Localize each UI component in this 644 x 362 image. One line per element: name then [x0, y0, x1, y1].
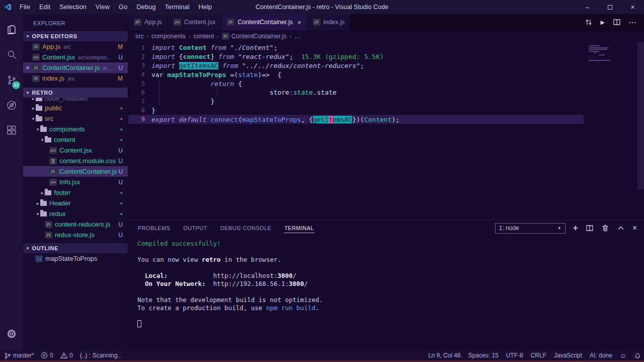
activity-debug[interactable] [0, 93, 23, 118]
split-terminal-button[interactable] [586, 224, 594, 232]
item-name: Content.jsx [59, 147, 92, 154]
minimap[interactable] [589, 45, 635, 61]
error-count[interactable]: 0 [41, 352, 53, 359]
eol[interactable]: CRLF [531, 352, 546, 359]
chevron-down-icon: ▼ [26, 34, 30, 39]
menu-selection[interactable]: Selection [55, 0, 91, 14]
tree-folder[interactable]: ▾redux● [23, 208, 128, 219]
panel-tab-problems[interactable]: PROBLEMS [137, 223, 171, 233]
activity-explorer[interactable] [0, 17, 23, 42]
menu-edit[interactable]: Edit [35, 0, 55, 14]
tree-file[interactable]: JSContentContainer.jsU [23, 166, 128, 177]
code-line[interactable]: 5 return { [128, 79, 644, 88]
indentation[interactable]: Spaces: 15 [468, 352, 499, 359]
run-button[interactable]: ▶ [601, 19, 605, 26]
code-line[interactable]: 3import getItemsAC from "../../redux/con… [128, 61, 644, 70]
minimize-button[interactable]: – [576, 0, 599, 14]
split-editor-button[interactable] [613, 18, 621, 26]
panel-tab-output[interactable]: OUTPUT [183, 223, 208, 233]
sync-button[interactable] [585, 18, 593, 26]
code-text: store:state.state [151, 89, 337, 96]
tree-file[interactable]: ≣content.module.cssU [23, 156, 128, 166]
new-terminal-button[interactable]: + [573, 223, 578, 233]
tab-label: ContentContainer.js [237, 19, 293, 26]
maximize-panel-button[interactable] [617, 224, 625, 232]
tree-file[interactable]: JSredux-store.jsU [23, 230, 128, 240]
menu-help[interactable]: Help [194, 0, 217, 14]
activity-source-control[interactable]: 17 [0, 67, 23, 93]
tab-App.js[interactable]: JSApp.js [128, 14, 168, 30]
kill-terminal-button[interactable] [601, 224, 609, 232]
open-editor-item[interactable]: JSApp.jssrcM [23, 41, 128, 52]
menu-debug[interactable]: Debug [132, 0, 160, 14]
folder-icon [36, 116, 42, 121]
terminal-selector[interactable]: 1: node▼ [495, 223, 566, 234]
close-button[interactable]: × [621, 0, 644, 14]
tab-index.js[interactable]: JSindex.js [307, 14, 351, 30]
breadcrumb-item[interactable]: … [294, 33, 301, 40]
menu-go[interactable]: Go [114, 0, 132, 14]
more-actions-button[interactable]: ··· [629, 19, 637, 26]
tree-file[interactable]: JSXContent.jsxU [23, 145, 128, 156]
breadcrumb-label: components [151, 33, 186, 40]
encoding[interactable]: UTF-8 [506, 352, 523, 359]
ai-status[interactable]: AI: done [590, 352, 612, 359]
breadcrumb-item[interactable]: components [151, 33, 186, 40]
code-line[interactable]: 9export default connect(mapStateToProps,… [128, 115, 644, 124]
close-panel-button[interactable]: × [632, 224, 637, 233]
tree-file[interactable]: JScontent-reducers.jsU [23, 219, 128, 230]
feedback[interactable]: ☺ [620, 352, 626, 359]
menu-view[interactable]: View [91, 0, 114, 14]
editor[interactable]: 1import Content from "./Content";2import… [128, 42, 644, 220]
status-label: Ln 9, Col 46 [428, 352, 461, 359]
terminal-output[interactable]: Compiled successfully! You can now view … [128, 236, 644, 350]
activity-settings[interactable] [0, 321, 23, 346]
activity-search[interactable] [0, 42, 23, 67]
maximize-button[interactable] [599, 0, 621, 14]
breadcrumb-item[interactable]: src [135, 33, 144, 40]
activity-extensions[interactable] [0, 118, 23, 143]
breadcrumb-item[interactable]: content [193, 33, 214, 40]
open-editor-item[interactable]: JSXContent.jsxsrc\compon...U [23, 52, 128, 62]
menu-terminal[interactable]: Terminal [160, 0, 194, 14]
tab-Content.jsx[interactable]: JSXContent.jsx [168, 14, 222, 30]
breadcrumb-item[interactable]: JSContentContainer.js [222, 33, 287, 40]
tree-file[interactable]: JSXInfo.jsxU [23, 177, 128, 187]
open-editor-item[interactable]: ×JSContentContainer.jssr...U [23, 62, 128, 73]
close-icon[interactable]: × [23, 64, 32, 71]
folder-section-header[interactable]: ▼RETRO [23, 88, 128, 98]
explorer-title: EXPLORER [23, 14, 128, 31]
panel-tab-terminal[interactable]: TERMINAL [284, 223, 314, 233]
language-status[interactable]: {..} : Scanning.. [80, 352, 121, 359]
code-line[interactable]: 1import Content from "./Content"; [128, 43, 644, 52]
tree-folder[interactable]: ▸footer● [23, 187, 128, 198]
code-line[interactable]: 8} [128, 106, 644, 115]
warning-count[interactable]: 0 [60, 352, 73, 359]
tab-ContentContainer.js[interactable]: JSContentContainer.js× [221, 14, 307, 30]
outline-item[interactable]: [ ]mapStateToProps [23, 253, 128, 264]
open-editors-header[interactable]: ▼OPEN EDITORS [23, 31, 128, 41]
editor-scrollbar[interactable] [637, 42, 644, 189]
tree-folder[interactable]: ▾content● [23, 134, 128, 145]
tree-folder[interactable]: ▾src● [23, 113, 128, 124]
language-mode[interactable]: JavaScript [554, 352, 582, 359]
notifications[interactable] [634, 352, 641, 359]
code-line[interactable]: 7 } [128, 97, 644, 106]
open-editor-item[interactable]: JSindex.jssrcM [23, 73, 128, 84]
menu-file[interactable]: File [15, 0, 35, 14]
split-terminal-icon [586, 224, 594, 232]
tree-folder[interactable]: ▸node_modules [23, 98, 128, 103]
code-line[interactable]: 2import {connect} from "react-redux"; 15… [128, 52, 644, 61]
tree-folder[interactable]: ▸Header● [23, 198, 128, 208]
tree-folder[interactable]: ▸public● [23, 103, 128, 113]
git-branch[interactable]: master* [4, 352, 34, 359]
code-line[interactable]: 6 store:state.state [128, 88, 644, 97]
close-icon[interactable]: × [297, 19, 301, 26]
cursor-position[interactable]: Ln 9, Col 46 [428, 352, 461, 359]
code-line[interactable]: 4var mapStateToProps =(state)=> { [128, 70, 644, 79]
git-status-dot: ● [120, 211, 123, 216]
tree-folder[interactable]: ▾components● [23, 124, 128, 134]
panel-tab-debug-console[interactable]: DEBUG CONSOLE [220, 223, 272, 233]
item-name: node_modules [45, 98, 88, 102]
outline-header[interactable]: ▼OUTLINE [23, 243, 128, 253]
